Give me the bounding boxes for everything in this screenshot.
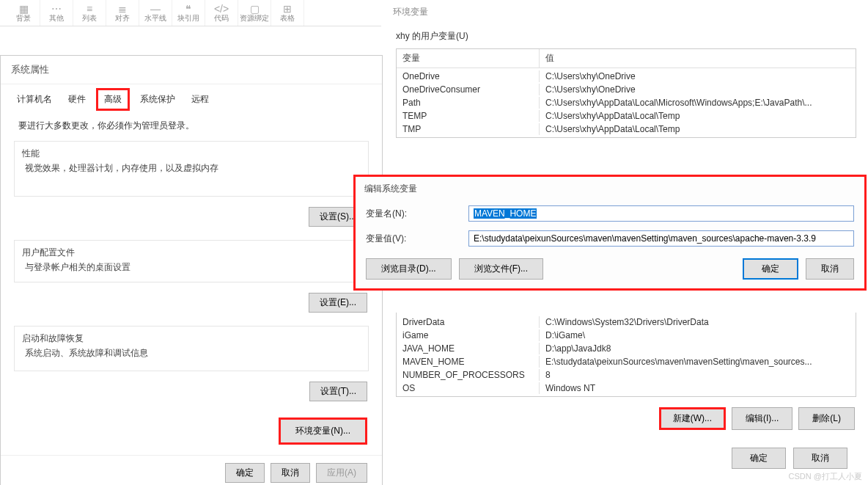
sysvar-buttons: 新建(W)... 编辑(I)... 删除(L) — [384, 400, 868, 437]
perf-desc: 视觉效果，处理器计划，内存使用，以及虚拟内存 — [22, 163, 361, 174]
delete-button[interactable]: 删除(L) — [798, 407, 855, 430]
ok-button[interactable]: 确定 — [225, 463, 265, 483]
cell-value: C:\Users\xhy\OneDrive — [540, 84, 856, 95]
cell-name: Path — [397, 97, 540, 109]
table-row[interactable]: OneDriveC:\Users\xhy\OneDrive — [397, 70, 856, 83]
apply-button[interactable]: 应用(A) — [316, 463, 367, 483]
user-vars-table[interactable]: 变量 值 OneDriveC:\Users\xhy\OneDriveOneDri… — [396, 48, 856, 138]
cell-name: TMP — [397, 123, 540, 135]
edit-title: 编辑系统变量 — [356, 177, 864, 201]
tab-advanced[interactable]: 高级 — [96, 88, 130, 111]
cell-name: JAVA_HOME — [397, 343, 540, 354]
cell-value: C:\Users\xhy\AppData\Local\Microsoft\Win… — [540, 97, 856, 109]
cell-name: MAVEN_HOME — [397, 356, 540, 368]
cell-value: C:\Users\xhy\AppData\Local\Temp — [540, 123, 856, 135]
cell-value: C:\Users\xhy\OneDrive — [540, 70, 856, 82]
toolbar-hr[interactable]: —水平线 — [139, 0, 172, 26]
cell-value: 8 — [540, 369, 856, 381]
table-row[interactable]: iGameD:\iGame\ — [397, 329, 856, 342]
edit-sysvar-dialog: 编辑系统变量 变量名(N): MAVEN_HOME 变量值(V): 浏览目录(D… — [353, 175, 867, 291]
tab-hardware[interactable]: 硬件 — [62, 90, 92, 111]
toolbar-quote[interactable]: ❝块引用 — [172, 0, 205, 26]
dialog-buttons: 确定 取消 应用(A) — [1, 455, 382, 485]
table-row[interactable]: TEMPC:\Users\xhy\AppData\Local\Temp — [397, 109, 856, 123]
performance-section: 性能 视觉效果，处理器计划，内存使用，以及虚拟内存 — [14, 141, 369, 197]
cell-value: E:\studydata\peixunSources\maven\mavenSe… — [540, 356, 856, 368]
toolbar-bg[interactable]: ▦背景 — [7, 0, 40, 26]
env-title: 环境变量 — [384, 0, 868, 24]
cell-value: D:\iGame\ — [540, 329, 856, 341]
cell-value: Windows NT — [540, 382, 856, 394]
profile-section: 用户配置文件 与登录帐户相关的桌面设置 — [14, 240, 369, 282]
startup-section: 启动和故障恢复 系统启动、系统故障和调试信息 — [14, 326, 369, 371]
cell-name: iGame — [397, 329, 540, 341]
tab-system-protection[interactable]: 系统保护 — [134, 90, 181, 111]
var-value-input[interactable] — [468, 230, 854, 247]
table-row[interactable]: OneDriveConsumerC:\Users\xhy\OneDrive — [397, 83, 856, 96]
table-row[interactable]: MAVEN_HOMEE:\studydata\peixunSources\mav… — [397, 355, 856, 368]
col-value[interactable]: 值 — [540, 49, 856, 68]
table-row[interactable]: TMPC:\Users\xhy\AppData\Local\Temp — [397, 123, 856, 136]
toolbar-other[interactable]: ⋯其他 — [40, 0, 73, 26]
browse-file-button[interactable]: 浏览文件(F)... — [459, 258, 543, 280]
dialog-title: 系统属性 — [1, 56, 382, 84]
env-ok-button[interactable]: 确定 — [732, 448, 786, 469]
cancel-button[interactable]: 取消 — [271, 463, 310, 483]
system-vars-table[interactable]: DriverDataC:\Windows\System32\Drivers\Dr… — [396, 313, 856, 397]
browse-dir-button[interactable]: 浏览目录(D)... — [366, 258, 452, 280]
user-vars-label: xhy 的用户变量(U) — [384, 24, 868, 45]
editor-toolbar: ▦背景 ⋯其他 ≡列表 ≣对齐 —水平线 ❝块引用 </>代码 ▢资源绑定 ⊞表… — [0, 0, 381, 26]
table-row[interactable]: OSWindows NT — [397, 382, 856, 395]
cell-name: OS — [397, 382, 540, 394]
startup-label: 启动和故障恢复 — [22, 332, 361, 345]
admin-note: 要进行大多数更改，你必须作为管理员登录。 — [1, 111, 382, 136]
new-button[interactable]: 新建(W)... — [659, 407, 726, 430]
profile-desc: 与登录帐户相关的桌面设置 — [22, 262, 361, 273]
profile-label: 用户配置文件 — [22, 247, 361, 259]
var-name-input[interactable]: MAVEN_HOME — [468, 205, 854, 222]
cell-name: OneDriveConsumer — [397, 84, 540, 95]
profile-settings-button[interactable]: 设置(E)... — [309, 293, 367, 313]
cell-value: C:\Users\xhy\AppData\Local\Temp — [540, 110, 856, 122]
cell-name: NUMBER_OF_PROCESSORS — [397, 369, 540, 381]
cell-name: TEMP — [397, 110, 540, 122]
table-row[interactable]: PathC:\Users\xhy\AppData\Local\Microsoft… — [397, 96, 856, 109]
table-header: 变量 值 — [397, 48, 856, 68]
startup-settings-button[interactable]: 设置(T)... — [309, 382, 367, 401]
env-variables-button[interactable]: 环境变量(N)... — [279, 417, 367, 445]
startup-desc: 系统启动、系统故障和调试信息 — [22, 348, 361, 359]
table-row[interactable]: DriverDataC:\Windows\System32\Drivers\Dr… — [397, 316, 856, 329]
tabs: 计算机名 硬件 高级 系统保护 远程 — [1, 84, 382, 111]
cell-value: C:\Windows\System32\Drivers\DriverData — [540, 316, 856, 328]
cell-name: OneDrive — [397, 70, 540, 82]
env-cancel-button[interactable]: 取消 — [793, 448, 847, 469]
perf-label: 性能 — [22, 147, 361, 160]
table-row[interactable]: JAVA_HOMED:\app\JavaJdk8 — [397, 342, 856, 355]
edit-ok-button[interactable]: 确定 — [743, 258, 798, 280]
watermark: CSDN @打工人小夏 — [789, 471, 862, 482]
toolbar-table[interactable]: ⊞表格 — [271, 0, 304, 26]
tab-remote[interactable]: 远程 — [185, 90, 215, 111]
cell-value: D:\app\JavaJdk8 — [540, 343, 856, 354]
edit-cancel-button[interactable]: 取消 — [806, 258, 854, 280]
cell-name: DriverData — [397, 316, 540, 328]
toolbar-res[interactable]: ▢资源绑定 — [238, 0, 271, 26]
toolbar-code[interactable]: </>代码 — [205, 0, 238, 26]
toolbar-align[interactable]: ≣对齐 — [106, 0, 139, 26]
tab-computer-name[interactable]: 计算机名 — [11, 90, 58, 111]
var-name-label: 变量名(N): — [366, 208, 468, 220]
system-properties-dialog: 系统属性 计算机名 硬件 高级 系统保护 远程 要进行大多数更改，你必须作为管理… — [0, 55, 383, 485]
col-variable[interactable]: 变量 — [397, 49, 540, 68]
table-row[interactable]: NUMBER_OF_PROCESSORS8 — [397, 368, 856, 382]
var-value-label: 变量值(V): — [366, 233, 468, 245]
toolbar-list[interactable]: ≡列表 — [73, 0, 106, 26]
edit-button[interactable]: 编辑(I)... — [732, 407, 792, 430]
